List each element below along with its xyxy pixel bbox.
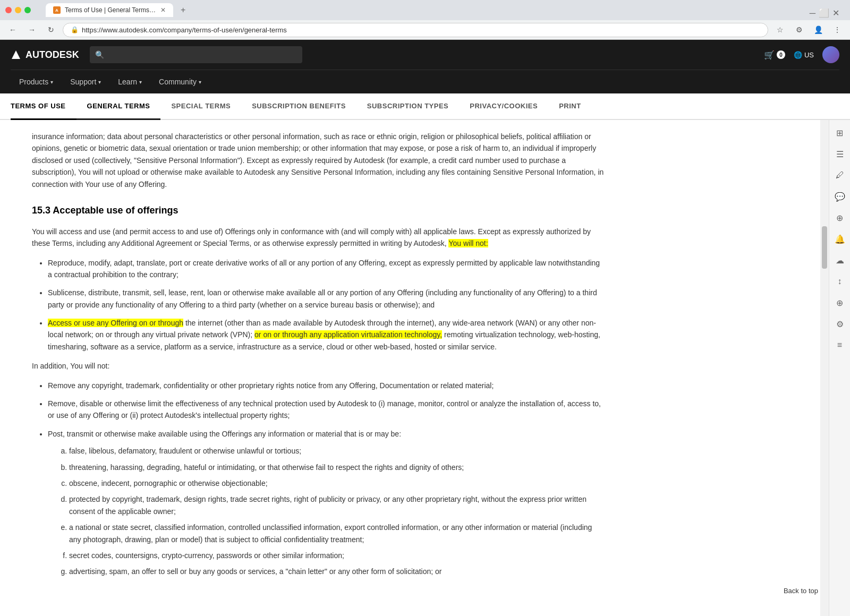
tab-general-terms[interactable]: GENERAL TERMS [76,93,161,120]
list-item: a national or state secret, classified i… [69,521,606,545]
refresh-btn[interactable]: ↻ [44,22,58,37]
side-icon-9[interactable]: ⊕ [832,295,847,310]
address-bar: ← → ↻ 🔒 https://www.autodesk.com/company… [0,20,850,39]
section-intro-text: You will access and use (and permit acce… [32,227,591,247]
back-btn[interactable]: ← [5,22,20,37]
scrollbar-thumb[interactable] [822,226,827,269]
list-item: Remove any copyright, trademark, confide… [48,380,606,391]
list-item: obscene, indecent, pornographic or other… [69,477,606,489]
in-addition-text: In addition, You will not: [32,360,606,372]
highlight-access: Access or use any Offering on or through [48,319,183,327]
tab-subscription-benefits[interactable]: SUBSCRIPTION BENEFITS [241,93,356,120]
side-icon-2[interactable]: ☰ [832,147,847,161]
logo-text: AUTODESK [26,49,79,61]
nav-item-support[interactable]: Support ▾ [62,70,109,93]
active-tab[interactable]: A Terms of Use | General Terms | A... ✕ [46,3,173,17]
forward-btn[interactable]: → [24,22,39,37]
highlight-virtualization: or on or through any application virtual… [254,330,442,339]
list-item: Remove, disable or otherwise limit the e… [48,398,606,422]
browser-restore-icon[interactable]: ⬜ [819,8,829,18]
tab-bar: A Terms of Use | General Terms | A... ✕ … [0,0,850,20]
url-text: https://www.autodesk.com/company/terms-o… [82,26,287,34]
tab-title: Terms of Use | General Terms | A... [65,6,156,14]
close-window-btn[interactable] [5,7,12,13]
intro-paragraph: insurance information; data about person… [32,131,606,190]
user-avatar[interactable] [822,46,839,63]
cart-icon: 🛒 [764,50,775,60]
side-icon-4[interactable]: 💬 [832,189,847,204]
chevron-down-icon: ▾ [139,79,142,85]
chevron-down-icon: ▾ [199,79,201,85]
section-heading: 15.3 Acceptable use of offerings [32,203,606,218]
minimize-window-btn[interactable] [15,7,21,13]
site-header-top: AUTODESK 🔍 🛒 0 🌐 US [11,40,839,70]
cart-btn[interactable]: 🛒 0 [764,50,785,60]
tab-privacy-cookies[interactable]: PRIVACY/COOKIES [459,93,548,120]
search-icon: 🔍 [95,50,104,59]
list-item: secret codes, countersigns, crypto-curre… [69,550,606,561]
new-tab-btn[interactable]: + [175,2,191,18]
nav-item-learn[interactable]: Learn ▾ [109,70,150,93]
page-content: insurance information; data about person… [0,120,820,616]
section-intro: You will access and use (and permit acce… [32,226,606,250]
more-btn[interactable]: ⋮ [830,22,845,37]
tab-favicon: A [53,6,61,14]
terms-nav: TERMS OF USE GENERAL TERMS SPECIAL TERMS… [0,93,850,120]
side-icon-7[interactable]: ☁ [832,253,847,268]
site-nav: Products ▾ Support ▾ Learn ▾ Community ▾ [11,70,839,93]
svg-marker-0 [12,50,20,59]
side-icon-8[interactable]: ↕ [832,274,847,289]
close-tab-btn[interactable]: ✕ [160,6,166,14]
side-icon-6[interactable]: 🔔 [832,232,847,246]
url-bar[interactable]: 🔒 https://www.autodesk.com/company/terms… [63,23,768,37]
search-bar-wrapper: 🔍 [90,46,302,63]
page-wrapper: insurance information; data about person… [0,120,850,616]
nav-label-support: Support [70,78,96,86]
side-icon-3[interactable]: 🖊 [832,168,847,183]
nav-item-products[interactable]: Products ▾ [11,70,62,93]
language-btn[interactable]: 🌐 US [794,51,814,59]
maximize-window-btn[interactable] [24,7,31,13]
bookmark-btn[interactable]: ☆ [772,22,787,37]
side-icon-settings[interactable]: ⚙ [832,316,847,331]
list-item: Access or use any Offering on or through… [48,317,606,353]
list-item: advertising, spam, an offer to sell or b… [69,566,606,577]
extensions-btn[interactable]: ⚙ [792,22,806,37]
list-item: Post, transmit or otherwise make availab… [48,428,606,578]
terms-of-use-label[interactable]: TERMS OF USE [11,93,76,120]
chevron-down-icon: ▾ [50,79,53,85]
lang-label: US [804,51,814,59]
nav-label-products: Products [19,78,48,86]
logo-icon [11,49,21,60]
window-controls [5,7,31,13]
side-icon-menu[interactable]: ≡ [832,338,847,353]
autodesk-logo[interactable]: AUTODESK [11,49,79,61]
browser-minimize-icon[interactable]: ─ [810,8,815,18]
header-actions: 🛒 0 🌐 US [764,46,839,63]
search-input[interactable] [90,46,302,63]
nav-label-community: Community [159,78,197,86]
nav-item-community[interactable]: Community ▾ [150,70,210,93]
scrollbar-track[interactable] [820,120,829,616]
globe-icon: 🌐 [794,51,802,59]
sub-bullet-list: Remove any copyright, trademark, confide… [48,380,606,578]
tab-print[interactable]: PRINT [548,93,592,120]
sub-bullet-3: Post, transmit or otherwise make availab… [48,430,401,438]
you-will-not: You will not: [448,239,488,247]
side-icon-1[interactable]: ⊞ [832,125,847,140]
nav-label-learn: Learn [118,78,137,86]
profile-btn[interactable]: 👤 [811,22,826,37]
browser-chrome: A Terms of Use | General Terms | A... ✕ … [0,0,850,40]
back-to-top-link[interactable]: Back to top [784,587,818,595]
browser-close-icon[interactable]: ✕ [832,8,839,18]
list-item: false, libelous, defamatory, fraudulent … [69,445,606,457]
side-icon-5[interactable]: ⊕ [832,210,847,225]
tab-subscription-types[interactable]: SUBSCRIPTION TYPES [356,93,459,120]
chevron-down-icon: ▾ [98,79,101,85]
list-item: threatening, harassing, degrading, hatef… [69,461,606,473]
list-item: protected by copyright, trademark, desig… [69,493,606,517]
nested-list: false, libelous, defamatory, fraudulent … [69,445,606,578]
list-item: Reproduce, modify, adapt, translate, por… [48,257,606,281]
tab-special-terms[interactable]: SPECIAL TERMS [160,93,241,120]
main-content: insurance information; data about person… [0,120,638,616]
